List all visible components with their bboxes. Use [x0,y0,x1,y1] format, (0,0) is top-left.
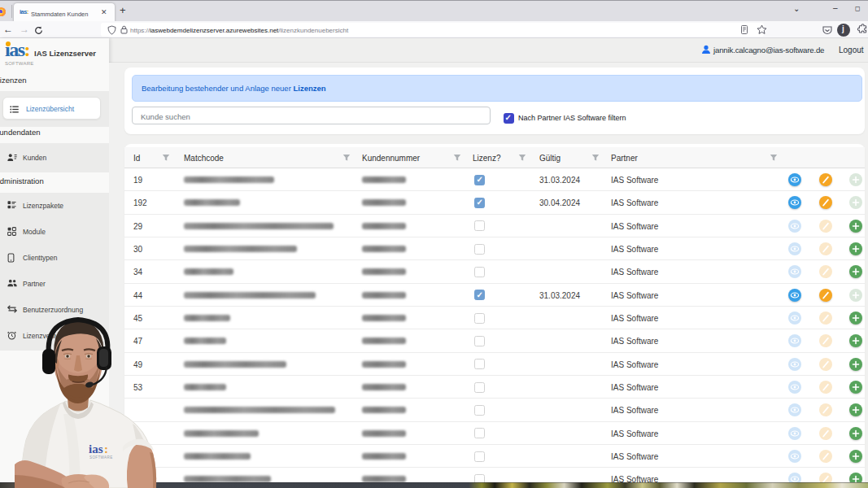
svg-text:SOFTWARE: SOFTWARE [89,455,113,460]
svg-text::: : [104,442,108,455]
svg-text:ias: ias [89,442,103,455]
